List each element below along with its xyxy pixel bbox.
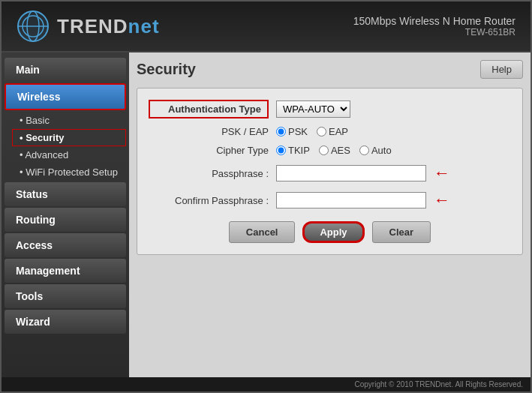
tkip-label: TKIP — [288, 145, 310, 156]
product-name: 150Mbps Wireless N Home Router — [353, 15, 515, 27]
product-model: TEW-651BR — [353, 27, 515, 38]
auto-label: Auto — [371, 145, 392, 156]
button-row: Cancel Apply Clear — [149, 221, 511, 243]
psk-eap-row: PSK / EAP PSK EAP — [149, 126, 511, 137]
sidebar-item-wireless[interactable]: Wireless — [5, 83, 126, 110]
copyright-text: Copyright © 2010 TRENDnet. All Rights Re… — [354, 380, 523, 388]
sidebar-item-routing[interactable]: Routing — [5, 208, 126, 232]
sidebar-item-management[interactable]: Management — [5, 259, 126, 283]
psk-eap-label: PSK / EAP — [149, 126, 269, 137]
cipher-type-row: Cipher Type TKIP AES Auto — [149, 145, 511, 156]
sidebar-item-advanced[interactable]: • Advanced — [12, 146, 126, 164]
main-panel: Security Help Authentication Type WPA-AU… — [129, 52, 530, 377]
tkip-radio[interactable] — [276, 146, 286, 155]
sidebar-item-security[interactable]: • Security — [12, 129, 126, 146]
sidebar-item-main[interactable]: Main — [5, 58, 126, 82]
sidebar-item-status[interactable]: Status — [5, 182, 126, 206]
eap-label: EAP — [329, 126, 348, 137]
product-info: 150Mbps Wireless N Home Router TEW-651BR — [353, 15, 515, 38]
cancel-button[interactable]: Cancel — [229, 221, 296, 243]
psk-radio[interactable] — [276, 127, 286, 136]
passphrase-input[interactable] — [276, 165, 426, 182]
passphrase-row: Passphrase : ← — [149, 164, 511, 183]
auto-radio[interactable] — [359, 146, 369, 155]
content-area: Main Wireless • Basic • Security • Advan… — [2, 52, 530, 377]
aes-radio-label[interactable]: AES — [319, 145, 350, 156]
confirm-passphrase-arrow-icon: ← — [434, 190, 450, 210]
page-header: Security Help — [137, 60, 523, 79]
sidebar-item-tools[interactable]: Tools — [5, 284, 126, 308]
confirm-passphrase-input[interactable] — [276, 192, 426, 208]
confirm-passphrase-label: Confirm Passphrase : — [149, 195, 269, 206]
cipher-type-label: Cipher Type — [149, 145, 269, 156]
sidebar: Main Wireless • Basic • Security • Advan… — [2, 52, 129, 377]
tkip-radio-label[interactable]: TKIP — [276, 145, 310, 156]
confirm-passphrase-row: Confirm Passphrase : ← — [149, 190, 511, 210]
aes-label: AES — [331, 145, 350, 156]
logo-area: TRENDnet — [17, 10, 160, 43]
sidebar-item-basic[interactable]: • Basic — [12, 112, 126, 129]
sidebar-item-wifi-protected[interactable]: • WiFi Protected Setup — [12, 164, 126, 181]
apply-button[interactable]: Apply — [302, 221, 364, 243]
psk-label: PSK — [288, 126, 308, 137]
eap-radio-label[interactable]: EAP — [317, 126, 348, 137]
logo-text: TRENDnet — [57, 15, 160, 38]
auth-type-label: Authentication Type — [149, 100, 269, 118]
auth-type-select[interactable]: WPA-AUTO WPA WPA2 WEP — [276, 100, 350, 118]
aes-radio[interactable] — [319, 146, 329, 155]
sidebar-subnav-wireless: • Basic • Security • Advanced • WiFi Pro… — [5, 112, 126, 181]
cipher-radio-group: TKIP AES Auto — [276, 145, 392, 156]
clear-button[interactable]: Clear — [372, 221, 431, 243]
sidebar-item-wizard[interactable]: Wizard — [5, 310, 126, 334]
header: TRENDnet 150Mbps Wireless N Home Router … — [2, 2, 530, 52]
logo-icon — [17, 10, 50, 43]
auto-radio-label[interactable]: Auto — [359, 145, 392, 156]
psk-radio-label[interactable]: PSK — [276, 126, 308, 137]
form-container: Authentication Type WPA-AUTO WPA WPA2 WE… — [137, 88, 523, 255]
passphrase-label: Passphrase : — [149, 168, 269, 179]
page-title: Security — [137, 61, 196, 78]
sidebar-item-access[interactable]: Access — [5, 233, 126, 257]
eap-radio[interactable] — [317, 127, 326, 136]
passphrase-arrow-icon: ← — [434, 164, 450, 183]
psk-eap-radio-group: PSK EAP — [276, 126, 348, 137]
help-button[interactable]: Help — [480, 60, 523, 79]
auth-type-row: Authentication Type WPA-AUTO WPA WPA2 WE… — [149, 100, 511, 118]
svg-point-4 — [18, 11, 48, 41]
footer: Copyright © 2010 TRENDnet. All Rights Re… — [2, 377, 530, 392]
